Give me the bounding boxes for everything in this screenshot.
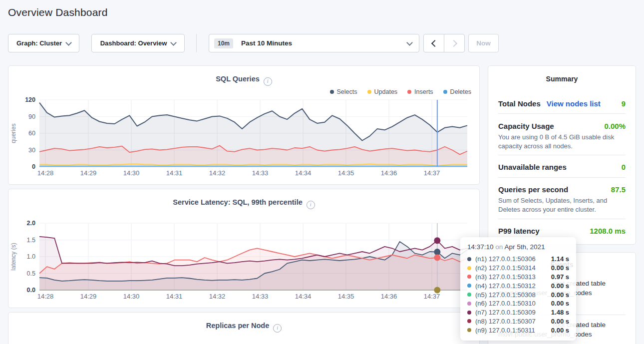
unavailable-ranges-label: Unavailable ranges bbox=[498, 163, 567, 171]
svg-text:0.5: 0.5 bbox=[27, 270, 35, 277]
node-address: (n2) 127.0.0.1:50314 bbox=[475, 264, 536, 272]
svg-text:60: 60 bbox=[28, 130, 35, 137]
time-step-buttons bbox=[423, 34, 465, 52]
svg-text:1.0: 1.0 bbox=[27, 253, 35, 260]
info-icon[interactable]: i bbox=[307, 201, 315, 209]
node-latency-value: 0.00 s bbox=[551, 282, 569, 290]
node-latency-value: 1.14 s bbox=[551, 255, 569, 263]
svg-text:14:37: 14:37 bbox=[424, 169, 440, 177]
svg-text:14:32: 14:32 bbox=[209, 293, 226, 300]
summary-title: Summary bbox=[488, 75, 636, 83]
legend-label: Deletes bbox=[450, 88, 471, 95]
svg-text:14:34: 14:34 bbox=[295, 169, 312, 177]
chevron-down-icon bbox=[170, 39, 177, 46]
svg-text:30: 30 bbox=[28, 147, 35, 154]
node-latency-value: 0.00 s bbox=[551, 300, 569, 307]
svg-text:14:28: 14:28 bbox=[37, 169, 54, 177]
legend-dot-icon bbox=[330, 90, 334, 94]
tooltip-node-row: (n6) 127.0.0.1:503100.00 s bbox=[467, 299, 569, 308]
info-icon[interactable]: i bbox=[273, 324, 282, 333]
legend-label: Updates bbox=[374, 88, 398, 95]
prev-range-button[interactable] bbox=[424, 34, 444, 52]
svg-text:2.0: 2.0 bbox=[27, 220, 35, 227]
node-latency-value: 0.97 s bbox=[551, 273, 569, 281]
node-address: (n8) 127.0.0.1:50307 bbox=[475, 318, 536, 325]
capacity-usage-desc: You are using 0 B of 4.5 GiB usable disk… bbox=[498, 133, 626, 151]
legend-item: Deletes bbox=[443, 88, 471, 95]
svg-text:1.5: 1.5 bbox=[27, 237, 35, 244]
legend-label: Inserts bbox=[414, 88, 433, 95]
capacity-usage-label: Capacity Usage bbox=[498, 122, 554, 130]
total-nodes-label: Total Nodes bbox=[498, 99, 541, 108]
time-range-label: Past 10 Minutes bbox=[241, 39, 407, 47]
legend-item: Updates bbox=[367, 88, 398, 95]
graph-dropdown[interactable]: Graph: Cluster bbox=[8, 34, 79, 52]
summary-panel: Summary Total Nodes View nodes list 9 Ca… bbox=[488, 65, 636, 245]
summary-row-capacity: Capacity Usage 0.00% You are using 0 B o… bbox=[498, 114, 626, 155]
p99-latency-value: 1208.0 ms bbox=[590, 227, 626, 235]
replicas-per-node-title: Replicas per Nodei bbox=[8, 322, 479, 333]
summary-row-qps: Queries per second 87.5 Sum of Selects, … bbox=[498, 178, 626, 219]
sql-queries-panel: SQL Queriesi SelectsUpdatesInsertsDelete… bbox=[8, 65, 480, 185]
tooltip-node-row: (n7) 127.0.0.1:503091.48 s bbox=[467, 308, 569, 317]
chevron-down-icon bbox=[65, 39, 72, 46]
qps-desc: Sum of Selects, Updates, Inserts, and De… bbox=[498, 196, 626, 214]
service-latency-chart[interactable]: 14:2814:2914:3014:3114:3214:3314:3414:35… bbox=[8, 219, 480, 307]
node-address: (n6) 127.0.0.1:50310 bbox=[475, 300, 536, 307]
next-range-button[interactable] bbox=[444, 34, 464, 52]
qps-label: Queries per second bbox=[498, 185, 568, 194]
graph-dropdown-label: Graph: Cluster bbox=[16, 39, 62, 47]
page-title: Overview Dashboard bbox=[8, 6, 108, 18]
summary-row-unavailable: Unavailable ranges 0 bbox=[498, 155, 626, 178]
node-latency-value: 0.00 s bbox=[551, 291, 569, 299]
sql-queries-title: SQL Queriesi bbox=[8, 75, 479, 86]
tooltip-node-row: (n8) 127.0.0.1:503070.00 s bbox=[467, 317, 569, 326]
view-nodes-list-link[interactable]: View nodes list bbox=[547, 99, 601, 108]
svg-text:14:28: 14:28 bbox=[37, 293, 54, 300]
sql-queries-chart[interactable]: 14:2814:2914:3014:3114:3214:3314:3414:35… bbox=[8, 96, 480, 183]
svg-text:14:31: 14:31 bbox=[166, 169, 183, 177]
node-address: (n7) 127.0.0.1:50309 bbox=[475, 309, 536, 316]
svg-text:14:37: 14:37 bbox=[424, 293, 440, 300]
node-dot-icon bbox=[467, 266, 471, 270]
chevron-down-icon bbox=[406, 39, 413, 46]
tooltip-node-row: (n1) 127.0.0.1:503061.14 s bbox=[467, 255, 569, 264]
now-button[interactable]: Now bbox=[468, 34, 499, 52]
legend-dot-icon bbox=[407, 90, 411, 94]
node-dot-icon bbox=[467, 293, 471, 297]
legend-label: Selects bbox=[337, 88, 357, 95]
node-latency-value: 0.00 s bbox=[551, 318, 569, 325]
time-range-dropdown[interactable]: 10m Past 10 Minutes bbox=[209, 34, 419, 52]
svg-text:14:35: 14:35 bbox=[338, 169, 354, 177]
service-latency-title: Service Latency: SQL, 99th percentilei bbox=[8, 198, 479, 209]
node-dot-icon bbox=[467, 302, 471, 306]
info-icon[interactable]: i bbox=[264, 77, 272, 86]
svg-text:90: 90 bbox=[28, 113, 35, 120]
tooltip-node-row: (n3) 127.0.0.1:503130.97 s bbox=[467, 273, 569, 282]
node-latency-value: 1.48 s bbox=[551, 309, 569, 316]
svg-text:14:33: 14:33 bbox=[252, 293, 269, 300]
svg-text:14:36: 14:36 bbox=[381, 293, 397, 300]
svg-text:14:34: 14:34 bbox=[295, 293, 312, 300]
svg-text:0.0: 0.0 bbox=[27, 287, 35, 294]
legend-item: Selects bbox=[330, 88, 357, 95]
svg-text:14:30: 14:30 bbox=[123, 169, 140, 177]
svg-text:14:35: 14:35 bbox=[338, 293, 354, 300]
chevron-right-icon bbox=[450, 39, 457, 46]
summary-row-total-nodes: Total Nodes View nodes list 9 bbox=[498, 83, 626, 114]
chevron-left-icon bbox=[431, 39, 438, 46]
node-address: (n3) 127.0.0.1:50313 bbox=[475, 273, 536, 281]
node-dot-icon bbox=[467, 284, 471, 288]
svg-text:14:29: 14:29 bbox=[80, 169, 97, 177]
p99-latency-label: P99 latency bbox=[498, 227, 540, 235]
tooltip-node-row: (n5) 127.0.0.1:503080.00 s bbox=[467, 290, 569, 299]
node-dot-icon bbox=[467, 257, 471, 261]
svg-text:14:36: 14:36 bbox=[381, 169, 397, 177]
svg-text:latency (s): latency (s) bbox=[10, 243, 17, 270]
qps-value: 87.5 bbox=[611, 185, 626, 194]
dashboard-dropdown[interactable]: Dashboard: Overview bbox=[91, 34, 185, 52]
svg-text:14:30: 14:30 bbox=[123, 293, 140, 300]
node-address: (n5) 127.0.0.1:50308 bbox=[475, 291, 536, 299]
sql-queries-legend: SelectsUpdatesInsertsDeletes bbox=[330, 88, 471, 95]
service-latency-panel: Service Latency: SQL, 99th percentilei 1… bbox=[8, 189, 480, 308]
